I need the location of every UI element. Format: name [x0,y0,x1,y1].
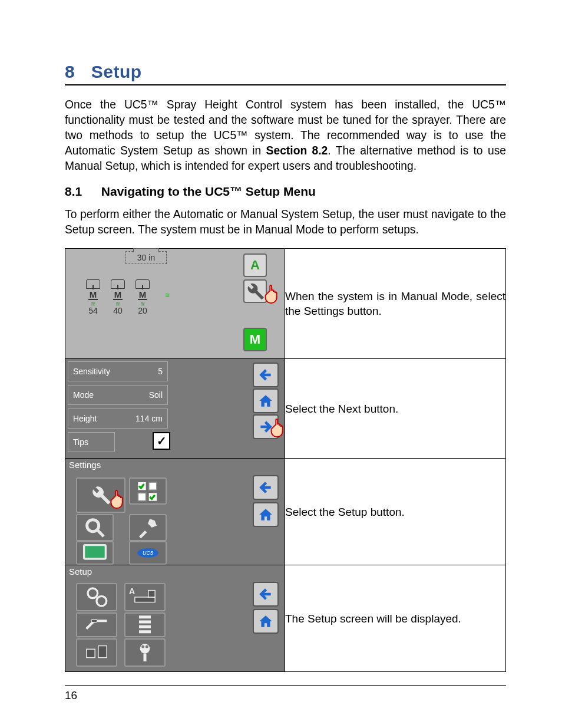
sensor-readout: M ≋ 54 [83,279,103,315]
checkmark-icon: ✓ [157,434,167,448]
list-item-label: Height [73,414,97,423]
settings-list-screen: Sensitivity 5 Mode Soil Height 114 cm Ti… [65,359,285,458]
wrench-icon [244,281,266,302]
list-item-label: Tips [73,437,88,447]
back-button[interactable] [253,363,279,387]
screenshot-cell: Setup A [65,565,285,672]
screen-title: Setup [65,565,285,582]
sensor-boom-icon [85,613,108,637]
tuning-icon [133,641,157,664]
svg-point-12 [91,620,98,622]
wrench-icon [89,483,113,507]
checkboxes-icon [136,479,160,503]
list-item[interactable]: Height 114 cm [68,409,168,429]
auto-setup-button[interactable] [76,583,117,611]
section-heading: 8 Setup [65,62,506,82]
display-button[interactable] [76,541,114,565]
arrow-left-icon [258,587,273,602]
tips-checkbox[interactable]: ✓ [153,432,170,450]
svg-rect-11 [148,591,155,597]
sensor-value: 40 [113,306,123,315]
list-item[interactable]: Mode Soil [68,385,168,405]
step-caption: The Setup screen will be displayed. [285,565,506,672]
monitor-icon [83,541,107,565]
subsection-number: 8.1 [65,185,98,199]
geometry-label: A [129,587,135,596]
settings-menu-screen: Settings [65,459,285,565]
home-button[interactable] [253,502,279,527]
page-number: 16 [65,689,77,702]
list-item-value: 5 [158,367,163,376]
svg-rect-5 [84,545,106,559]
step-caption: When the system is in Manual Mode, selec… [285,249,506,359]
back-button[interactable] [253,582,279,607]
valve-icon [85,641,108,664]
table-row: Setup A [65,565,506,672]
height-setup-button[interactable] [124,612,166,637]
manual-mode-screen: 30 in M ≋ 54 M ≋ 40 [65,249,285,358]
step-caption: Select the Next button. [285,359,506,459]
back-button[interactable] [253,475,279,500]
home-button[interactable] [253,609,279,634]
steps-table: 30 in M ≋ 54 M ≋ 40 [65,248,506,672]
svg-point-17 [141,645,144,648]
sensor-mode-letter: M [138,290,147,300]
subsection-heading: 8.1 Navigating to the UC5™ Setup Menu [65,185,506,199]
screenshot-cell: Sensitivity 5 Mode Soil Height 114 cm Ti… [65,359,285,459]
geometry-button[interactable]: A [124,583,166,611]
list-item-value: 114 cm [135,414,163,423]
intro-bold: Section 8.2 [266,144,328,157]
screenshot-cell: 30 in M ≋ 54 M ≋ 40 [65,249,285,359]
boom-geometry-icon [133,585,157,609]
screen-title: Settings [65,459,285,475]
height-waves-icon [133,613,157,637]
list-item[interactable]: Sensitivity 5 [68,361,168,381]
settings-button[interactable] [243,279,267,303]
svg-rect-2 [138,493,146,501]
svg-rect-14 [98,646,107,658]
svg-point-16 [146,645,148,648]
list-item-value: Soil [149,390,163,400]
about-button[interactable]: UC5 [129,541,167,565]
valve-setup-button[interactable] [76,638,117,667]
setup-button[interactable] [76,477,125,513]
home-icon [258,393,273,409]
subsection-title: Navigating to the UC5™ Setup Menu [101,185,316,198]
table-row: 30 in M ≋ 54 M ≋ 40 [65,249,506,359]
auto-mode-button[interactable]: A [243,253,267,277]
heading-rule [65,84,506,85]
arrow-left-icon [258,480,273,495]
svg-text:UC5: UC5 [143,551,153,556]
tools-button[interactable] [129,514,167,541]
arrow-right-icon [258,419,273,434]
section-title: Setup [91,62,142,81]
svg-rect-10 [135,597,155,602]
home-icon [258,507,273,522]
svg-rect-13 [87,650,95,658]
sensor-readout: M ≋ 40 [108,279,128,315]
table-row: Settings [65,459,506,565]
sensor-readout: M ≋ 20 [133,279,153,315]
list-item-label: Sensitivity [73,367,110,376]
next-button[interactable] [253,414,279,439]
home-icon [258,614,273,629]
gears-icon [85,585,108,609]
options-button[interactable] [129,477,167,505]
section-number: 8 [65,62,86,82]
home-button[interactable] [253,388,279,413]
sensor-mode-letter: M [113,290,123,300]
footer-rule [65,685,506,686]
table-row: Sensitivity 5 Mode Soil Height 114 cm Ti… [65,359,506,459]
sensor-readout: ≋ [157,291,177,297]
sensor-mode-letter: M [88,290,98,300]
svg-point-4 [87,520,99,532]
step-caption: Select the Setup button. [285,459,506,565]
boom-height-readout: 30 in [125,251,167,264]
tuning-button[interactable] [124,638,166,667]
setup-screen: Setup A [65,565,285,671]
diagnostics-button[interactable] [76,514,114,541]
manual-mode-button[interactable]: M [243,328,267,351]
list-item[interactable]: Tips [68,432,115,452]
svg-point-15 [140,644,150,654]
sensor-setup-button[interactable] [76,612,117,637]
